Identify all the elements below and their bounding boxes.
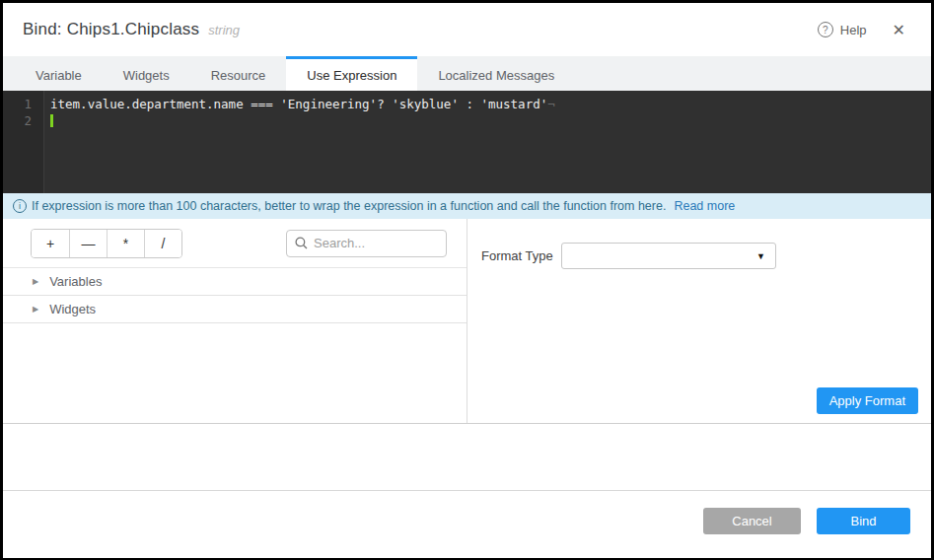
editor-gutter: 1 2 [3, 91, 44, 193]
chevron-right-icon[interactable]: ▶ [33, 277, 38, 286]
main-panels: + — * / ▶ Variables ▶ Widgets [3, 219, 931, 424]
hint-text: If expression is more than 100 character… [32, 199, 666, 213]
dropdown-arrow-icon: ▼ [756, 251, 765, 261]
property-type-label: string [208, 23, 240, 37]
bind-button[interactable]: Bind [817, 508, 910, 534]
search-input[interactable] [314, 236, 438, 250]
tab-use-expression[interactable]: Use Expression [286, 56, 417, 91]
source-panel: + — * / ▶ Variables ▶ Widgets [3, 219, 467, 423]
format-panel: Format Type ▼ Apply Format [467, 219, 931, 423]
line-number: 2 [3, 112, 43, 129]
editor-cursor [50, 114, 53, 127]
line-number: 1 [3, 96, 43, 112]
tab-widgets[interactable]: Widgets [103, 56, 190, 91]
help-label: Help [840, 23, 867, 37]
tree-item-label: Variables [49, 274, 102, 289]
info-icon: i [13, 199, 27, 213]
tab-localized-messages[interactable]: Localized Messages [417, 56, 575, 91]
multiply-operator-button[interactable]: * [107, 230, 144, 257]
code-line-2 [50, 112, 931, 129]
search-box [286, 230, 447, 257]
tree-item-label: Widgets [49, 302, 96, 316]
dialog-footer: Cancel Bind [3, 490, 931, 558]
help-button[interactable]: ? Help [818, 22, 867, 37]
chevron-right-icon[interactable]: ▶ [33, 305, 38, 314]
bind-dialog: Bind: Chips1.Chipclass string ? Help ✕ V… [3, 3, 931, 558]
operator-toolbar: + — * / [3, 219, 467, 268]
read-more-link[interactable]: Read more [674, 199, 735, 213]
tree-item-variables[interactable]: ▶ Variables [3, 268, 467, 296]
expression-editor[interactable]: 1 2 item.value.department.name === 'Engi… [3, 91, 931, 193]
help-icon: ? [818, 22, 833, 37]
format-type-row: Format Type ▼ [481, 243, 918, 269]
tab-bar: Variable Widgets Resource Use Expression… [3, 56, 931, 91]
plus-operator-button[interactable]: + [32, 230, 69, 257]
cancel-button[interactable]: Cancel [703, 508, 801, 534]
tab-resource[interactable]: Resource [190, 56, 287, 91]
code-text: item.value.department.name === 'Engineer… [50, 97, 547, 111]
expression-hint-bar: i If expression is more than 100 charact… [3, 193, 931, 219]
eol-marker: ¬ [547, 97, 555, 111]
apply-format-button[interactable]: Apply Format [817, 387, 918, 414]
format-type-select[interactable]: ▼ [561, 243, 776, 269]
dialog-title: Bind: Chips1.Chipclass [23, 20, 199, 39]
divide-operator-button[interactable]: / [144, 230, 181, 257]
dialog-header: Bind: Chips1.Chipclass string ? Help ✕ [3, 3, 931, 56]
tree-item-widgets[interactable]: ▶ Widgets [3, 296, 467, 323]
search-icon [295, 237, 308, 249]
minus-operator-button[interactable]: — [69, 230, 107, 257]
empty-area [3, 424, 931, 490]
operator-button-group: + — * / [31, 229, 182, 258]
tab-variable[interactable]: Variable [15, 56, 103, 91]
format-type-label: Format Type [481, 248, 561, 263]
close-icon[interactable]: ✕ [889, 19, 909, 41]
editor-code-area[interactable]: item.value.department.name === 'Engineer… [44, 91, 931, 193]
code-line-1: item.value.department.name === 'Engineer… [50, 96, 931, 112]
